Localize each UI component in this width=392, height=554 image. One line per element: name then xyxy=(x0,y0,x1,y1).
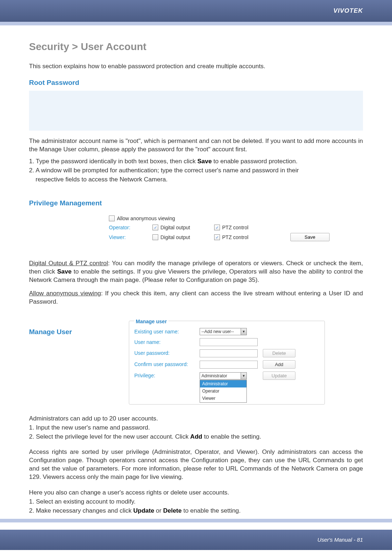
operator-digital-checkbox[interactable] xyxy=(152,225,158,230)
priv-p1c: Save xyxy=(57,268,72,275)
root-p1: The administrator account name is "root"… xyxy=(29,137,363,154)
save-button[interactable]: Save xyxy=(290,233,330,241)
chevron-down-icon: ▼ xyxy=(241,373,246,379)
footer-band xyxy=(0,519,392,522)
privilege-select[interactable]: Administrator ▼ xyxy=(200,372,247,379)
opt-administrator[interactable]: Administrator xyxy=(200,380,246,387)
anon-viewing-row: Allow anonymous viewing xyxy=(109,215,363,222)
manage-p3: Here you also can change a user's access… xyxy=(29,489,363,497)
priv-p2a: Allow anonymous viewing xyxy=(29,290,101,297)
opt-viewer[interactable]: Viewer xyxy=(200,395,246,402)
privilege-value: Administrator xyxy=(201,373,227,379)
viewer-ptz-checkbox[interactable] xyxy=(214,234,220,240)
manage-user-heading: Manage User xyxy=(29,327,129,337)
privilege-label: Privilege: xyxy=(134,372,200,379)
brand-logo: VIVOTEK xyxy=(333,7,363,15)
manage-l4e: to enable the setting. xyxy=(181,507,241,514)
operator-digital-label: Digital output xyxy=(160,224,190,231)
manage-l2: 2. Select the privilege level for the ne… xyxy=(29,433,363,441)
root-step-2: 2. A window will be prompted for authent… xyxy=(29,167,363,175)
username-row: User name: xyxy=(134,338,319,346)
existing-user-label: Existing user name: xyxy=(134,328,200,335)
update-button[interactable]: Update xyxy=(263,372,295,380)
viewer-digital-label: Digital output xyxy=(160,234,190,241)
page-header: VIVOTEK xyxy=(0,0,392,22)
footer-text: User's Manual - 81 xyxy=(318,536,363,543)
userpass-input[interactable] xyxy=(200,349,258,357)
manage-text-1: Administrators can add up to 20 user acc… xyxy=(29,415,363,441)
manage-l1: 1. Input the new user's name and passwor… xyxy=(29,424,363,432)
viewer-digital: Digital output xyxy=(152,234,214,241)
existing-user-select[interactable]: --Add new user-- ▼ xyxy=(200,328,247,335)
operator-label: Operator: xyxy=(109,224,152,231)
priv-p2: Allow anonymous viewing: If you check th… xyxy=(29,290,363,306)
manage-l2a: 2. Select the privilege level for the ne… xyxy=(29,433,190,440)
manage-user-wrap: Manage User Manage user Existing user na… xyxy=(29,321,363,405)
viewer-label: Viewer: xyxy=(109,234,152,241)
chevron-down-icon: ▼ xyxy=(241,328,246,335)
manage-l2c: to enable the setting. xyxy=(202,433,261,440)
manage-l2b: Add xyxy=(190,433,202,440)
root-step-1: 1. Type the password identically in both… xyxy=(29,157,363,166)
viewer-ptz: PTZ control xyxy=(214,234,276,241)
privilege-panel: Allow anonymous viewing Operator: Digita… xyxy=(29,212,363,242)
manage-l4d: Delete xyxy=(163,507,181,514)
root-password-heading: Root Password xyxy=(29,78,363,87)
existing-user-row: Existing user name: --Add new user-- ▼ xyxy=(134,328,319,335)
root-l1-bold: Save xyxy=(197,158,212,165)
root-password-block: The administrator account name is "root"… xyxy=(29,137,363,184)
operator-ptz: PTZ control xyxy=(214,224,276,231)
priv-p1a: Digital Output & PTZ control xyxy=(29,260,108,267)
manage-l4b: Update xyxy=(133,507,154,514)
root-l1a: 1. Type the password identically in both… xyxy=(29,158,197,165)
manage-p2: Access rights are sorted by user privile… xyxy=(29,448,363,481)
manage-user-rows: Existing user name: --Add new user-- ▼ U… xyxy=(134,328,319,403)
root-password-placeholder xyxy=(29,91,363,131)
delete-button[interactable]: Delete xyxy=(263,349,295,357)
manage-text-2: Here you also can change a user's access… xyxy=(29,489,363,515)
root-l1c: to enable password protection. xyxy=(212,158,297,165)
manage-p1: Administrators can add up to 20 user acc… xyxy=(29,415,363,423)
manage-user-legend: Manage user xyxy=(134,318,168,325)
page-title: Security > User Account xyxy=(29,40,363,54)
privilege-dropdown: Administrator Operator Viewer xyxy=(200,380,247,403)
manage-l3: 1. Select an existing account to modify. xyxy=(29,498,363,506)
viewer-digital-checkbox[interactable] xyxy=(152,234,158,240)
operator-ptz-label: PTZ control xyxy=(222,224,248,231)
userpass-row: User password: Delete xyxy=(134,349,319,357)
manage-l4a: 2. Make necessary changes and click xyxy=(29,507,133,514)
manage-user-fieldset: Manage user Existing user name: --Add ne… xyxy=(129,321,325,405)
viewer-row: Viewer: Digital output PTZ control Save xyxy=(109,233,363,241)
confirm-label: Confirm user password: xyxy=(134,361,200,368)
manage-user-heading-col: Manage User xyxy=(29,321,129,405)
username-input[interactable] xyxy=(200,338,258,346)
operator-digital: Digital output xyxy=(152,224,214,231)
manage-l4: 2. Make necessary changes and click Upda… xyxy=(29,507,363,515)
existing-user-value: --Add new user-- xyxy=(201,329,234,335)
priv-p1: Digital Output & PTZ control: You can mo… xyxy=(29,259,363,284)
content: Security > User Account This section exp… xyxy=(0,25,392,515)
priv-text-block: Digital Output & PTZ control: You can mo… xyxy=(29,259,363,306)
confirm-row: Confirm user password: Add xyxy=(134,360,319,369)
operator-row: Operator: Digital output PTZ control xyxy=(109,224,363,231)
intro-text: This section explains how to enable pass… xyxy=(29,62,363,71)
confirm-input[interactable] xyxy=(200,361,258,369)
add-button[interactable]: Add xyxy=(263,360,295,369)
opt-operator[interactable]: Operator xyxy=(200,387,246,395)
userpass-label: User password: xyxy=(134,350,200,357)
priv-p1d: to enable the settings. If you give View… xyxy=(29,268,363,283)
root-step-2b: respective fields to access the Network … xyxy=(29,176,363,184)
privilege-row: Privilege: Administrator ▼ Update xyxy=(134,372,319,380)
anon-checkbox[interactable] xyxy=(109,216,115,221)
header-band xyxy=(0,22,392,25)
privilege-mgmt-heading: Privilege Management xyxy=(29,198,363,208)
viewer-ptz-label: PTZ control xyxy=(222,234,248,241)
operator-ptz-checkbox[interactable] xyxy=(214,225,220,230)
page-footer: User's Manual - 81 xyxy=(0,530,392,550)
anon-label: Allow anonymous viewing xyxy=(117,215,175,222)
username-label: User name: xyxy=(134,339,200,346)
manage-l4c: or xyxy=(154,507,163,514)
